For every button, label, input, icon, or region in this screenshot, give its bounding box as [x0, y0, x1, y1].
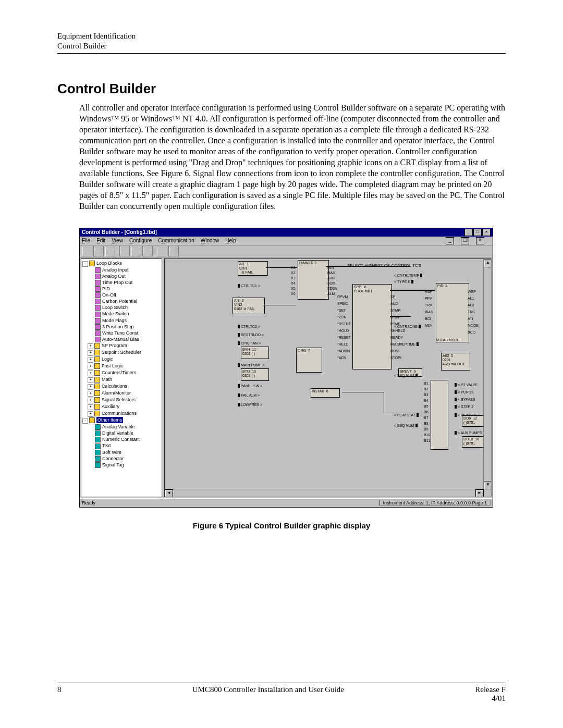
- minimize-button[interactable]: _: [464, 229, 473, 236]
- tb-new[interactable]: [82, 246, 92, 256]
- tree-folder[interactable]: +Counters/Timers: [82, 369, 161, 376]
- signal-tag[interactable]: CPIC FAN >: [238, 341, 261, 345]
- block-ai1[interactable]: AI1 10201 ⊘ FAIL: [238, 261, 268, 276]
- header-line2: Control Builder: [57, 41, 506, 51]
- tree-item[interactable]: Signal Tag: [82, 462, 161, 468]
- statusbar: Ready Instrument Address: 1, IP Address:…: [80, 498, 493, 507]
- close-button[interactable]: ×: [482, 229, 491, 236]
- block-org[interactable]: ORG 7: [296, 348, 322, 373]
- tree-item[interactable]: Analog Out: [82, 273, 161, 279]
- tree-item[interactable]: PID: [82, 286, 161, 292]
- signal-tag[interactable]: < AUX PUMPS: [455, 431, 482, 435]
- tree-folder[interactable]: +Communications: [82, 410, 161, 417]
- tb-copy[interactable]: [131, 246, 141, 256]
- tree-folder[interactable]: +Setpoint Scheduler: [82, 349, 161, 356]
- signal-tag[interactable]: LOWPRES >: [238, 403, 262, 406]
- tree-item[interactable]: Loop Switch: [82, 304, 161, 311]
- signal-tag[interactable]: RESTRLDO >: [238, 333, 264, 337]
- block-ao2[interactable]: A02 502014-20 mA OUT: [441, 353, 470, 371]
- signal-tag[interactable]: MAIN PUMP >: [238, 363, 265, 367]
- tree-item[interactable]: Time Prop Out: [82, 279, 161, 286]
- signal-tag[interactable]: < STEPTIME: [394, 342, 419, 346]
- signal-tag[interactable]: < HEATERS: [455, 413, 478, 417]
- signal-tag[interactable]: < TYPE K: [394, 280, 413, 283]
- page-header: Equipment Identification Control Builder: [57, 31, 506, 54]
- tb-save[interactable]: [105, 246, 115, 256]
- tree-folder[interactable]: +Auxiliary: [82, 403, 161, 410]
- vscroll[interactable]: ▲ ▼: [483, 259, 491, 489]
- block-pid[interactable]: PID 4RSPPFVTRVBIASBCIMDIWSPAL1AL2TRCATIM…: [436, 283, 469, 342]
- tree-item[interactable]: 3 Position Step: [82, 324, 161, 330]
- menubar: File Edit View Configure Communication W…: [80, 237, 493, 245]
- signal-tag[interactable]: < PURGE: [455, 390, 474, 394]
- tree-item[interactable]: Mode Flags: [82, 317, 161, 324]
- menu-communication[interactable]: Communication: [158, 238, 194, 243]
- signal-tag[interactable]: < CNTRZONE: [394, 325, 421, 328]
- tree-item[interactable]: On-Off: [82, 292, 161, 298]
- window-title: Control Builder - [Config1.fbd]: [82, 229, 157, 235]
- hscroll[interactable]: ◄ ►: [165, 489, 484, 497]
- section-title: Control Builder: [57, 81, 506, 97]
- tree-item[interactable]: Soft Wire: [82, 449, 161, 455]
- titlebar: Control Builder - [Config1.fbd] _ □ ×: [80, 228, 493, 237]
- block-bto[interactable]: BTO 130302 ( ): [241, 368, 269, 381]
- footer-release: Release F: [475, 685, 506, 694]
- signal-tag[interactable]: < P2 VALVE: [455, 383, 478, 387]
- block-spp[interactable]: SPP 6PROGMR1RPVMSPBIO*SET*ZON*RSTRT*HOLD…: [352, 284, 392, 369]
- menu-help[interactable]: Help: [225, 238, 236, 243]
- menu-window[interactable]: Window: [201, 238, 219, 243]
- tree-folder[interactable]: +Logic: [82, 356, 161, 363]
- signal-tag[interactable]: < BYPASS: [455, 398, 475, 401]
- signal-tag[interactable]: CTRLTC1 >: [238, 284, 260, 288]
- signal-tag[interactable]: FAIL ALM >: [238, 393, 260, 397]
- tree-folder[interactable]: +SP Program: [82, 342, 161, 349]
- tree-item[interactable]: Digital Variable: [82, 430, 161, 436]
- toolbar: [80, 245, 493, 257]
- tree-item[interactable]: Carbon Potential: [82, 298, 161, 304]
- menu-edit[interactable]: Edit: [96, 238, 105, 243]
- signal-tag[interactable]: < CNTRLTEMP: [394, 274, 422, 277]
- tree-folder[interactable]: +Calculations: [82, 383, 161, 390]
- block-byh[interactable]: BYH 110301 ( ): [241, 347, 269, 359]
- tree-folder[interactable]: +Fast Logic: [82, 363, 161, 369]
- tree-item[interactable]: Write Tune Const: [82, 330, 161, 336]
- tb-help[interactable]: [168, 246, 179, 256]
- menu-file[interactable]: File: [82, 238, 90, 243]
- tb-paste[interactable]: [142, 246, 153, 256]
- menu-view[interactable]: View: [112, 238, 123, 243]
- tb-open[interactable]: [93, 246, 104, 256]
- block-do[interactable]: B1B2B3B4B5B6B7B8B9B10B11: [431, 380, 448, 450]
- signal-tag[interactable]: < PGM STAT: [394, 413, 419, 417]
- mdi-restore[interactable]: ❐: [461, 237, 469, 244]
- page-footer: 8 UMC800 Controller Installation and Use…: [57, 683, 506, 703]
- maximize-button[interactable]: □: [473, 229, 482, 236]
- control-builder-window: Control Builder - [Config1.fbd] _ □ × Fi…: [79, 228, 493, 508]
- tree-item[interactable]: Analog Variable: [82, 424, 161, 430]
- signal-tag[interactable]: < STEP 2: [455, 405, 473, 409]
- block-nstab[interactable]: NSTAB 8: [311, 388, 340, 398]
- figure-caption: Figure 6 Typical Control Builder graphic…: [57, 521, 506, 530]
- menu-configure[interactable]: Configure: [129, 238, 152, 243]
- tb-print[interactable]: [157, 246, 167, 256]
- signal-tag[interactable]: PANEL SW >: [238, 384, 262, 388]
- signal-tag[interactable]: < SEQ NUM: [394, 424, 418, 427]
- block-ai2[interactable]: AI2 2VIN20102 ⊘ FAIL: [232, 298, 265, 314]
- tree-item[interactable]: Numeric Constant: [82, 436, 161, 442]
- tree-folder[interactable]: +Alarm/Monitor: [82, 390, 161, 397]
- diagram-canvas[interactable]: SELECT HIGHEST OF CONTROL TC'S AI1 10201…: [164, 258, 492, 497]
- mdi-minimize[interactable]: _: [446, 237, 454, 244]
- tb-cut[interactable]: [119, 246, 130, 256]
- function-tree[interactable]: -Loop Blocks Analog InputAnalog OutTime …: [81, 258, 162, 497]
- signal-tag[interactable]: < SEQ NUM: [394, 374, 418, 377]
- mdi-close[interactable]: ×: [476, 237, 484, 244]
- signal-tag[interactable]: CTRLTC2 >: [238, 325, 260, 328]
- block-hi[interactable]: HIMNTR 3X1X2X3X4X5X6MINMAXAVGSUMSDEVALM: [298, 260, 329, 300]
- tree-folder[interactable]: +Math: [82, 376, 161, 383]
- tree-item[interactable]: Text: [82, 442, 161, 449]
- tree-item[interactable]: Auto-Manual Bias: [82, 336, 161, 342]
- tree-item[interactable]: Analog Input: [82, 267, 161, 273]
- tree-item[interactable]: Connector: [82, 455, 161, 462]
- tree-folder[interactable]: +Signal Selectors: [82, 397, 161, 403]
- tree-item[interactable]: Mode Switch: [82, 311, 161, 317]
- status-left: Ready: [82, 500, 95, 505]
